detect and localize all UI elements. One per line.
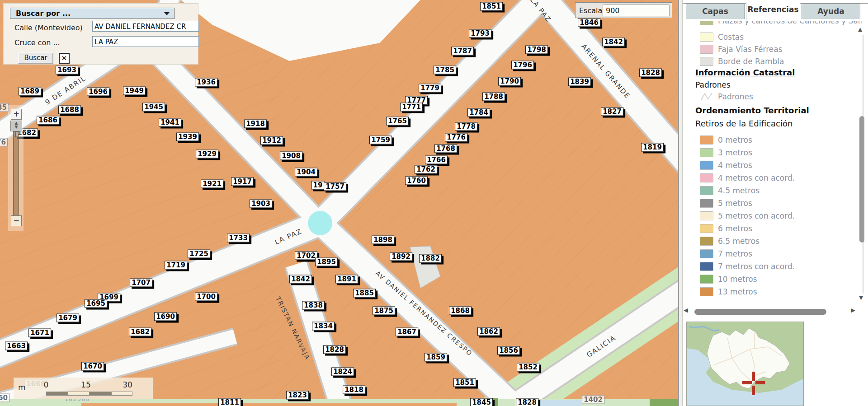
parcel-number-label: 1949 [123,87,146,95]
gis-viewer: 9 DE ABRILLA PAZLA PAZARENAL GRANDEAV DA… [0,0,868,406]
parcel-number-label: 1695 [85,299,107,308]
zoom-slider-handle[interactable]: ▲▼ [10,121,22,131]
parcel-number-label: 1818 [343,386,365,394]
parcel-number-label: 1912 [260,136,283,145]
legend-swatch [700,262,713,271]
parcel-number-label: 1904 [295,168,317,177]
legend-row: 5 metros [700,198,752,209]
horizontal-scrollbar-thumb[interactable] [694,309,826,315]
padrones-group-label: Padrones [695,80,731,89]
parcel-number-label: 1778 [455,122,477,131]
parcel-number-label: 1828 [516,398,538,406]
zoom-out-button[interactable]: − [11,215,22,226]
tab-referencias[interactable]: Referencias [746,2,800,20]
scale-input[interactable]: 900 [603,5,670,16]
legend-swatch [700,161,713,170]
street-field-label: Calle (Montevideo) [14,23,83,32]
parcel-number-label: 1892 [390,252,412,261]
tab-ayuda[interactable]: Ayuda [802,4,860,19]
search-by-select[interactable]: Buscar por ... [10,8,175,19]
scroll-right-icon[interactable]: ▶ [851,307,855,313]
overview-minimap[interactable] [686,322,804,406]
parcel-number-label: 1839 [568,78,591,86]
sidebar: CapasReferenciasAyuda Plazas y canteros … [683,0,868,406]
parcel-number-label: 1828 [639,69,662,77]
street-input[interactable]: AV DANIEL FERNANDEZ CR [92,21,199,32]
scalebar-segment [111,392,132,396]
parcel-number-label: 1702 [295,252,317,260]
parcel-number-label: 1784 [467,108,490,117]
parcel-number-label: 1762 [415,165,437,174]
legend-row: 4.5 metros [700,185,760,196]
legend-row: Costas [700,32,744,42]
scalebar-tick: 30 [123,380,132,389]
parcel-number-label: 1856 [497,346,520,355]
parcel-number-label: 1868 [449,307,472,315]
parcel-number-label: 1663 [5,342,28,350]
parcel-number-label: 1846 [578,19,600,27]
scale-panel: Escala 1: 900 [575,2,672,18]
parcel-number-label: 1670 [81,362,104,371]
zoom-slider-track[interactable] [13,131,19,216]
zoom-in-button[interactable]: + [11,109,22,120]
parcel-number-label: 1936 [195,78,217,87]
parcel-number-label: 1760 [405,177,428,185]
intersection-highlight [308,211,332,235]
legend-swatch [700,275,713,284]
parcel-number-label: 1696 [87,88,109,96]
parcel-number-label: 1686 [37,116,59,125]
parcel-number-label: 1828 [323,345,346,354]
parcel-number-label: 1834 [312,322,335,331]
legend-row: 7 metros con acord. [700,261,795,272]
close-icon[interactable]: ✕ [59,53,70,64]
parcel-number-label: 1671 [28,329,51,337]
parcel-number-label: 1908 [280,152,302,160]
parcel-number-label: 1690 [154,313,177,321]
legend-swatch [700,199,713,208]
cross-input[interactable]: LA PAZ [92,36,199,47]
legend-row: 5 metros con acord. [700,210,795,221]
tab-capas[interactable]: Capas [686,4,745,19]
parcel-number-label: 1867 [396,328,418,336]
parcel-number-label: 1785 [434,66,456,75]
parcel-number-label: 1757 [324,182,346,191]
vertical-scrollbar-thumb[interactable] [859,116,864,243]
parcel-number-label: 1725 [188,250,210,258]
legend-row: 7 metros [700,248,752,259]
legend-row: 6 metros [700,223,752,234]
parcel-number-label: 1719 [165,261,187,270]
scalebar-tick: 15 [81,380,91,389]
parcel-number-label: 1779 [419,84,441,93]
parcel-number-label: 1771 [400,103,423,112]
legend-row: 6.5 metros [700,236,760,247]
parcel-number-label: 1402 [582,396,604,404]
parcel-number-label: 1918 [244,120,267,128]
legend-swatch [700,57,713,66]
section-informacion-catastral: Información Catastral [695,68,795,77]
scalebar: m 01530 [14,378,153,399]
scroll-left-icon[interactable]: ◀ [684,307,688,313]
scalebar-segment [68,392,90,396]
parcel-number-label: 1788 [482,93,505,101]
parcel-number-label: 1768 [434,145,457,153]
legend-swatch [700,173,713,182]
search-button[interactable]: Buscar [18,52,53,64]
parcel-number-label: 1827 [601,107,623,116]
search-by-value: Buscar por ... [16,9,71,18]
scroll-down-icon[interactable]: ▼ [859,294,863,301]
parcel-number-label: 1862 [477,327,500,336]
parcel-number-label: 1851 [480,2,503,11]
legend-row: Faja Vías Férreas [700,44,783,55]
legend-swatch [700,224,713,233]
scalebar-segment [90,392,111,396]
parcel-number-label: 1851 [453,378,476,387]
parcel-number-label: 1898 [372,236,394,244]
scroll-up-icon[interactable]: ▲ [858,26,862,33]
parcel-number-label: 1787 [451,47,474,56]
legend-row: 3 metros [700,147,752,158]
map-canvas[interactable]: 9 DE ABRILLA PAZLA PAZARENAL GRANDEAV DA… [0,0,678,406]
parcel-number-label: 1939 [176,133,199,141]
cross-field-label: Cruce con ... [14,38,60,47]
parcel-number-label: 1793 [469,29,491,38]
parcel-number-label: 1842 [289,275,312,284]
